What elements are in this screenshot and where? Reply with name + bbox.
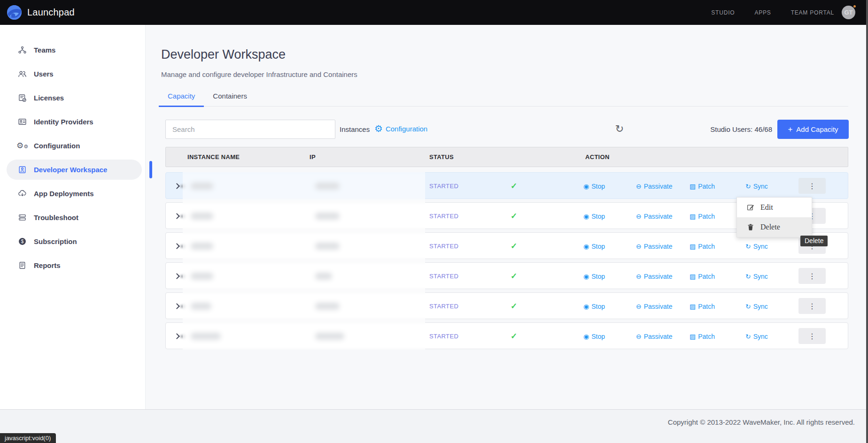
subscription-icon: $ — [18, 237, 27, 246]
tab-capacity[interactable]: Capacity — [159, 92, 204, 107]
passivate-action[interactable]: ⊖Passivate — [636, 203, 672, 229]
action-label: Passivate — [644, 213, 673, 220]
stop-icon: ◉ — [583, 273, 589, 280]
sidebar-item-label: Subscription — [34, 237, 77, 245]
passivate-action[interactable]: ⊖Passivate — [636, 263, 672, 290]
sidebar-item-licenses[interactable]: Licenses — [0, 88, 145, 108]
link-preview-statusbar: javascript:void(0) — [0, 433, 56, 443]
menu-item-delete[interactable]: Delete — [737, 217, 812, 237]
add-capacity-button[interactable]: + Add Capacity — [777, 120, 849, 139]
patch-action[interactable]: ▨Patch — [690, 323, 715, 350]
sidebar-item-reports[interactable]: Reports — [0, 255, 145, 275]
patch-action[interactable]: ▨Patch — [690, 233, 715, 260]
sidebar-item-users[interactable]: Users — [0, 64, 145, 84]
sidebar-item-label: Teams — [34, 46, 55, 54]
stop-action[interactable]: ◉Stop — [583, 233, 605, 260]
column-action: ACTION — [585, 147, 610, 167]
sidebar-item-troubleshoot[interactable]: Troubleshoot — [0, 207, 145, 228]
column-status: STATUS — [429, 147, 454, 167]
stop-action[interactable]: ◉Stop — [583, 323, 605, 350]
sync-action[interactable]: ↻Sync — [745, 173, 768, 199]
toolbar: Instances ⚙ Configuration ↻ Studio Users… — [165, 120, 848, 139]
patch-action[interactable]: ▨Patch — [690, 293, 715, 320]
app-deployments-icon — [18, 189, 27, 198]
passivate-icon: ⊖ — [636, 303, 642, 310]
page-scrollbar[interactable] — [866, 0, 868, 443]
row-menu-button[interactable]: ⋮ — [798, 328, 826, 344]
refresh-icon[interactable]: ↻ — [613, 122, 626, 136]
row-menu-button[interactable]: ⋮ — [798, 298, 826, 314]
reports-icon — [18, 261, 27, 270]
column-instance-name: INSTANCE NAME — [187, 147, 240, 167]
patch-action[interactable]: ▨Patch — [690, 203, 715, 229]
sidebar-item-identity-providers[interactable]: Identity Providers — [0, 112, 145, 132]
sync-action[interactable]: ↻Sync — [745, 263, 768, 290]
sync-action[interactable]: ↻Sync — [745, 323, 768, 350]
sidebar-item-label: Licenses — [34, 94, 64, 102]
studio-users-count: Studio Users: 46/68 — [654, 125, 772, 133]
stop-action[interactable]: ◉Stop — [583, 293, 605, 320]
sidebar-item-subscription[interactable]: $Subscription — [0, 231, 145, 252]
stop-icon: ◉ — [583, 333, 589, 340]
tab-containers[interactable]: Containers — [204, 92, 256, 107]
table-row[interactable]: STARTED ✓ ◉Stop⊖Passivate▨Patch↻Sync ⋮ — [165, 262, 848, 289]
sync-icon: ↻ — [745, 333, 751, 340]
row-menu-button[interactable]: ⋮ — [798, 268, 826, 284]
passivate-action[interactable]: ⊖Passivate — [636, 173, 672, 199]
action-label: Patch — [698, 183, 715, 190]
stop-action[interactable]: ◉Stop — [583, 173, 605, 199]
action-label: Sync — [753, 243, 768, 250]
sidebar-item-label: Identity Providers — [34, 118, 93, 126]
table-row[interactable]: STARTED ✓ ◉Stop⊖Passivate▨Patch↻Sync ⋮ — [165, 292, 848, 319]
sidebar-item-app-deployments[interactable]: App Deployments — [0, 183, 145, 204]
sidebar-item-label: Reports — [34, 261, 61, 269]
delete-tooltip: Delete — [800, 236, 828, 246]
action-label: Sync — [753, 183, 768, 190]
nav-studio[interactable]: STUDIO — [711, 9, 735, 16]
action-label: Patch — [698, 243, 715, 250]
sync-action[interactable]: ↻Sync — [745, 293, 768, 320]
brand[interactable]: Launchpad — [0, 5, 75, 20]
configuration-link[interactable]: ⚙ Configuration — [374, 124, 427, 133]
search-input[interactable] — [165, 120, 335, 139]
sidebar: TeamsUsersLicensesIdentity Providers⚙⚙Co… — [0, 25, 146, 409]
troubleshoot-icon — [18, 213, 27, 222]
column-ip: IP — [310, 147, 316, 167]
nav-team-portal[interactable]: TEAM PORTAL — [791, 9, 834, 16]
passivate-icon: ⊖ — [636, 183, 642, 190]
sidebar-item-developer-workspace[interactable]: Developer Workspace — [7, 160, 142, 180]
sidebar-item-label: Users — [34, 70, 54, 78]
table-row[interactable]: STARTED ✓ ◉Stop⊖Passivate▨Patch↻Sync ⋮ — [165, 322, 848, 349]
action-label: Passivate — [644, 273, 673, 280]
user-avatar[interactable]: GT — [842, 6, 855, 19]
stop-icon: ◉ — [583, 183, 589, 190]
stop-icon: ◉ — [583, 243, 589, 250]
menu-item-edit[interactable]: Edit — [737, 198, 812, 217]
action-label: Passivate — [644, 333, 673, 340]
patch-icon: ▨ — [690, 213, 696, 220]
instances-label: Instances — [340, 125, 370, 133]
table-row[interactable]: STARTED ✓ ◉Stop⊖Passivate▨Patch↻Sync ⋮ — [165, 172, 848, 199]
action-label: Sync — [753, 333, 768, 340]
passivate-action[interactable]: ⊖Passivate — [636, 293, 672, 320]
action-label: Passivate — [644, 183, 673, 190]
passivate-icon: ⊖ — [636, 213, 642, 220]
patch-action[interactable]: ▨Patch — [690, 173, 715, 199]
action-label: Stop — [591, 303, 605, 310]
passivate-action[interactable]: ⊖Passivate — [636, 233, 672, 260]
action-label: Patch — [698, 333, 715, 340]
passivate-action[interactable]: ⊖Passivate — [636, 323, 672, 350]
svg-text:$: $ — [21, 239, 24, 244]
sidebar-item-configuration[interactable]: ⚙⚙Configuration — [0, 136, 145, 156]
patch-icon: ▨ — [690, 183, 696, 190]
stop-action[interactable]: ◉Stop — [583, 203, 605, 229]
sidebar-item-teams[interactable]: Teams — [0, 40, 145, 60]
tab-bar: Capacity Containers — [159, 92, 848, 107]
row-menu-button[interactable]: ⋮ — [798, 178, 826, 194]
stop-icon: ◉ — [583, 213, 589, 220]
passivate-icon: ⊖ — [636, 243, 642, 250]
patch-action[interactable]: ▨Patch — [690, 263, 715, 290]
stop-action[interactable]: ◉Stop — [583, 263, 605, 290]
menu-item-label: Edit — [760, 203, 773, 212]
nav-apps[interactable]: APPS — [754, 9, 771, 16]
